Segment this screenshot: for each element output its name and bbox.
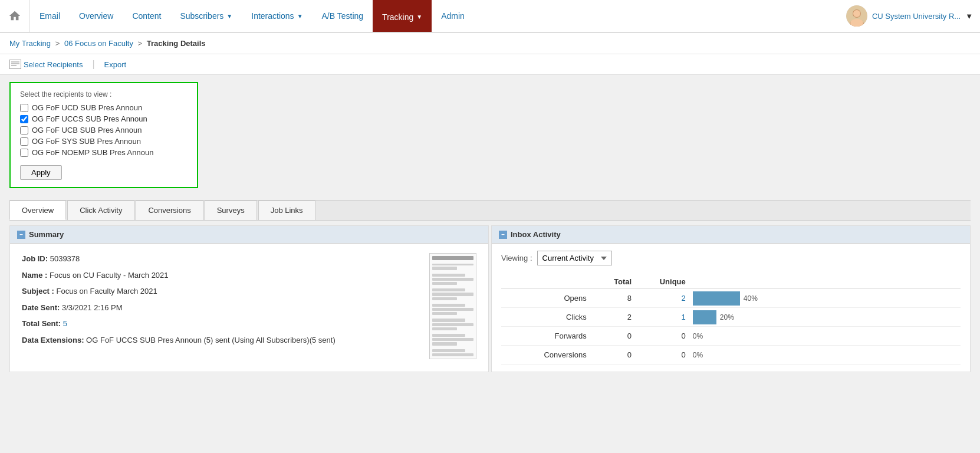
nav-item-ab-testing[interactable]: A/B Testing [313, 0, 373, 32]
recipient-checkbox-noemp[interactable] [20, 149, 28, 157]
tabs-bar: Overview Click Activity Conversions Surv… [9, 200, 971, 221]
field-date-sent: Date Sent: 3/3/2021 2:16 PM [22, 302, 417, 314]
toolbar-divider: | [92, 59, 94, 70]
row-label-opens: Opens [501, 289, 591, 308]
activity-table: Total Unique Opens8240%Clicks2120%Forwar… [501, 275, 961, 365]
nav-item-admin[interactable]: Admin [432, 0, 474, 32]
nav-label-content: Content [132, 11, 161, 21]
field-subject: Subject : Focus on Faculty March 2021 [22, 285, 417, 297]
total-sent-link[interactable]: 5 [63, 319, 67, 328]
bar-pct-label-2: 0% [693, 332, 703, 340]
export-label: Export [104, 60, 127, 69]
subscribers-caret: ▼ [226, 13, 232, 19]
row-unique-2: 0 [636, 327, 690, 346]
row-bar-1: 20% [690, 308, 961, 327]
tab-conversions[interactable]: Conversions [136, 201, 203, 220]
recipient-label-noemp[interactable]: OG FoF NOEMP SUB Pres Announ [32, 148, 153, 157]
row-total-1: 2 [591, 308, 636, 327]
tab-job-links[interactable]: Job Links [258, 201, 315, 220]
breadcrumb: My Tracking > 06 Focus on Faculty > Trac… [0, 33, 980, 54]
recipient-checkbox-ucb[interactable] [20, 126, 28, 134]
inbox-panel: – Inbox Activity Viewing : Current Activ… [491, 225, 971, 372]
apply-button[interactable]: Apply [20, 165, 62, 180]
viewing-label: Viewing : [501, 254, 532, 262]
summary-title: Summary [29, 230, 64, 239]
col-header-bar [690, 275, 961, 289]
inbox-header: – Inbox Activity [492, 226, 970, 244]
field-job-id: Job ID: 5039378 [22, 253, 417, 265]
user-caret[interactable]: ▼ [965, 12, 973, 21]
row-label-conversions: Conversions [501, 346, 591, 365]
avatar [846, 5, 867, 27]
recipients-box: Select the recipients to view : OG FoF U… [9, 82, 198, 188]
nav-item-subscribers[interactable]: Subscribers ▼ [170, 0, 242, 32]
unique-link-0[interactable]: 2 [682, 294, 686, 303]
tab-overview[interactable]: Overview [9, 201, 66, 220]
recipient-option-ucd: OG FoF UCD SUB Pres Announ [20, 103, 188, 112]
recipient-label-ucb[interactable]: OG FoF UCB SUB Pres Announ [32, 126, 142, 134]
recipient-label-ucd[interactable]: OG FoF UCD SUB Pres Announ [32, 103, 142, 112]
recipient-checkbox-sys[interactable] [20, 137, 28, 146]
row-bar-3: 0% [690, 346, 961, 365]
interactions-caret: ▼ [297, 13, 303, 19]
nav-label-subscribers: Subscribers [180, 11, 223, 21]
summary-content: Job ID: 5039378 Name : Focus on CU Facul… [10, 244, 488, 369]
tab-surveys[interactable]: Surveys [205, 201, 257, 220]
table-row: Conversions000% [501, 346, 961, 365]
table-row: Clicks2120% [501, 308, 961, 327]
nav-item-interactions[interactable]: Interactions ▼ [242, 0, 312, 32]
viewing-select[interactable]: Current Activity All Activity [537, 251, 612, 265]
row-bar-0: 40% [690, 289, 961, 308]
svg-rect-5 [9, 60, 21, 69]
user-name[interactable]: CU System University R... [872, 12, 961, 21]
nav-item-email[interactable]: Email [30, 0, 70, 32]
main-content: Select the recipients to view : OG FoF U… [0, 75, 980, 379]
bar-pct-label-3: 0% [693, 351, 703, 359]
col-header-metric [501, 275, 591, 289]
summary-header: – Summary [10, 226, 488, 244]
table-header-row: Total Unique [501, 275, 961, 289]
activity-table-body: Opens8240%Clicks2120%Forwards000%Convers… [501, 289, 961, 365]
recipient-checkbox-uccs[interactable] [20, 115, 28, 123]
breadcrumb-my-tracking[interactable]: My Tracking [9, 39, 51, 48]
svg-point-3 [853, 10, 860, 17]
tab-click-activity[interactable]: Click Activity [67, 201, 134, 220]
activity-bar-0 [693, 291, 740, 306]
summary-collapse-icon[interactable]: – [17, 231, 25, 239]
table-row: Opens8240% [501, 289, 961, 308]
row-bar-2: 0% [690, 327, 961, 346]
activity-bar-1 [693, 310, 716, 324]
breadcrumb-focus-on-faculty[interactable]: 06 Focus on Faculty [64, 39, 133, 48]
recipient-label-uccs[interactable]: OG FoF UCCS SUB Pres Announ [32, 114, 147, 123]
select-recipients-button[interactable]: Select Recipients [9, 60, 83, 69]
nav-item-tracking[interactable]: Tracking ▼ [373, 0, 432, 32]
recipient-label-sys[interactable]: OG FoF SYS SUB Pres Announ [32, 137, 141, 146]
row-unique-0[interactable]: 2 [636, 289, 690, 308]
nav-label-overview: Overview [79, 11, 113, 21]
table-row: Forwards000% [501, 327, 961, 346]
select-recipients-label: Select Recipients [24, 60, 83, 69]
nav-item-overview[interactable]: Overview [70, 0, 123, 32]
home-icon[interactable] [0, 0, 30, 32]
breadcrumb-sep-1: > [55, 39, 60, 48]
row-total-2: 0 [591, 327, 636, 346]
unique-link-1[interactable]: 1 [682, 313, 686, 321]
tracking-caret: ▼ [416, 14, 422, 20]
bar-pct-label-1: 20% [720, 313, 734, 321]
nav-label-admin: Admin [441, 11, 465, 21]
export-button[interactable]: Export [104, 60, 127, 69]
breadcrumb-sep-2: > [138, 39, 143, 48]
inbox-title: Inbox Activity [511, 230, 561, 239]
recipient-checkbox-ucd[interactable] [20, 104, 28, 112]
nav-item-content[interactable]: Content [123, 0, 170, 32]
recipient-option-noemp: OG FoF NOEMP SUB Pres Announ [20, 148, 188, 157]
row-unique-1[interactable]: 1 [636, 308, 690, 327]
row-label-forwards: Forwards [501, 327, 591, 346]
nav-label-email: Email [40, 11, 60, 21]
inbox-collapse-icon[interactable]: – [499, 231, 507, 239]
field-name: Name : Focus on CU Faculty - March 2021 [22, 270, 417, 281]
nav-label-tracking: Tracking [382, 12, 413, 22]
row-total-0: 8 [591, 289, 636, 308]
email-thumbnail [429, 253, 476, 359]
nav-label-interactions: Interactions [251, 11, 294, 21]
